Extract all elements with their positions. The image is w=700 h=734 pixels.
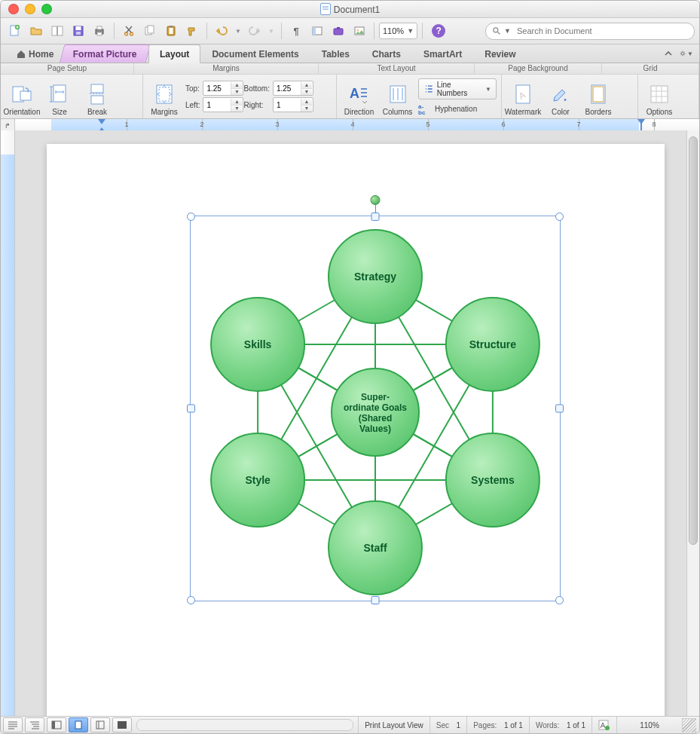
label-bottom: Bottom: (243, 84, 269, 93)
horizontal-scrollbar[interactable] (136, 719, 353, 731)
document-title: Document1 (334, 5, 380, 15)
page: StrategyStructureSystemsStaffStyleSkills… (47, 144, 665, 717)
search-icon (492, 26, 501, 35)
search-box[interactable]: ▼ (485, 23, 695, 40)
picture-selection[interactable]: StrategyStructureSystemsStaffStyleSkills… (190, 216, 561, 601)
margin-right-input[interactable]: ▲▼ (273, 97, 313, 112)
resize-grip[interactable] (682, 718, 696, 732)
collapse-ribbon-button[interactable] (662, 47, 675, 60)
zoom-selector[interactable]: 110%▼ (379, 23, 417, 39)
format-painter-button[interactable] (182, 21, 202, 41)
svg-rect-8 (97, 26, 102, 29)
columns-button[interactable]: Columns (381, 77, 414, 116)
orientation-button[interactable]: Orientation (5, 77, 38, 116)
show-sidebar-button[interactable] (307, 21, 327, 41)
redo-button[interactable] (245, 21, 264, 41)
cut-button[interactable] (119, 21, 139, 41)
scrollbar-thumb[interactable] (689, 136, 698, 545)
view-publishing-button[interactable] (47, 717, 66, 732)
margin-bottom-input[interactable]: ▲▼ (273, 81, 313, 96)
paste-button[interactable] (161, 21, 181, 41)
ribbon-options-button[interactable]: ▼ (680, 47, 693, 60)
group-label-text-layout: Text Layout (319, 63, 475, 74)
grid-options-button[interactable]: Options (643, 77, 676, 116)
title-bar: Document1 (1, 1, 699, 18)
label-top: Top: (185, 84, 200, 93)
view-print-layout-button[interactable] (69, 717, 88, 732)
margin-top-input[interactable]: ▲▼ (203, 81, 243, 96)
svg-rect-28 (91, 84, 103, 93)
svg-text:Structure: Structure (469, 338, 516, 350)
direction-button[interactable]: A Direction (341, 77, 377, 116)
toolbox-button[interactable] (329, 21, 348, 41)
group-label-margins: Margins (134, 63, 319, 74)
view-focus-button[interactable] (112, 717, 132, 732)
status-view: Print Layout View (365, 721, 423, 729)
help-button[interactable]: ? (432, 24, 445, 38)
svg-text:Super-: Super- (361, 392, 390, 402)
vertical-scrollbar[interactable] (686, 130, 699, 717)
tab-home[interactable]: Home (5, 44, 65, 63)
page-borders-button[interactable]: Borders (582, 77, 615, 116)
open-button[interactable] (26, 21, 46, 41)
svg-text:(Shared: (Shared (359, 413, 393, 424)
undo-dropdown[interactable]: ▼ (233, 21, 243, 41)
tab-charts[interactable]: Charts (361, 44, 412, 63)
ribbon: Page Setup Margins Text Layout Page Back… (1, 63, 699, 119)
vertical-ruler[interactable] (1, 130, 15, 717)
undo-button[interactable] (212, 21, 231, 41)
svg-text:Staff: Staff (363, 542, 387, 554)
group-label-page-setup: Page Setup (1, 63, 134, 74)
label-right: Right: (243, 101, 269, 109)
document-icon (320, 3, 331, 15)
tab-review[interactable]: Review (473, 44, 527, 63)
size-button[interactable]: Size (43, 77, 76, 116)
document-viewport[interactable]: StrategyStructureSystemsStaffStyleSkills… (15, 130, 686, 717)
template-button[interactable] (47, 21, 67, 41)
view-draft-button[interactable] (3, 717, 23, 732)
quick-access-toolbar: ▼ ▼ ¶ 110%▼ ? ▼ (1, 18, 699, 44)
svg-rect-26 (20, 91, 31, 100)
svg-rect-15 (170, 28, 173, 34)
copy-button[interactable] (140, 21, 160, 41)
hyphenation-button[interactable]: a-bc Hyphenation (418, 102, 497, 115)
print-button[interactable] (90, 21, 109, 41)
tab-layout[interactable]: Layout (148, 44, 200, 63)
tab-format-picture[interactable]: Format Picture (60, 44, 151, 63)
status-zoom[interactable]: 110% (640, 721, 659, 729)
label-left: Left: (185, 101, 200, 109)
svg-rect-16 (170, 26, 173, 28)
group-label-grid: Grid (602, 63, 699, 74)
svg-rect-20 (337, 27, 340, 29)
view-notebook-button[interactable] (90, 717, 110, 732)
ribbon-tabstrip: Home Format Picture Layout Document Elem… (1, 44, 699, 63)
window-title: Document1 (1, 3, 699, 15)
svg-rect-6 (76, 32, 81, 35)
svg-rect-19 (334, 29, 343, 35)
svg-point-22 (357, 29, 359, 32)
media-browser-button[interactable] (350, 21, 369, 41)
new-doc-button[interactable] (5, 21, 25, 41)
tab-smartart[interactable]: SmartArt (412, 44, 473, 63)
svg-text:Skills: Skills (244, 338, 272, 350)
break-button[interactable]: Break (81, 77, 114, 116)
app-window: Document1 ▼ ▼ ¶ 110%▼ ? ▼ (0, 0, 700, 734)
show-formatting-button[interactable]: ¶ (286, 21, 306, 41)
spell-check-button[interactable] (591, 717, 616, 733)
line-numbers-button[interactable]: Line Numbers▼ (418, 78, 497, 99)
group-grid: Options (638, 75, 699, 118)
line-numbers-icon (423, 84, 434, 94)
svg-rect-2 (52, 26, 57, 35)
tab-document-elements[interactable]: Document Elements (200, 44, 310, 63)
redo-dropdown[interactable]: ▼ (266, 21, 277, 41)
seven-s-diagram: StrategyStructureSystemsStaffStyleSkills… (191, 216, 560, 601)
margin-left-input[interactable]: ▲▼ (203, 97, 243, 112)
margins-button[interactable]: Margins (148, 77, 181, 116)
save-button[interactable] (69, 21, 88, 41)
view-outline-button[interactable] (25, 717, 44, 732)
page-color-button[interactable]: Color (544, 77, 577, 116)
search-input[interactable] (515, 26, 688, 36)
tab-tables[interactable]: Tables (310, 44, 361, 63)
watermark-button[interactable]: A Watermark (506, 77, 540, 116)
svg-point-24 (681, 52, 684, 55)
